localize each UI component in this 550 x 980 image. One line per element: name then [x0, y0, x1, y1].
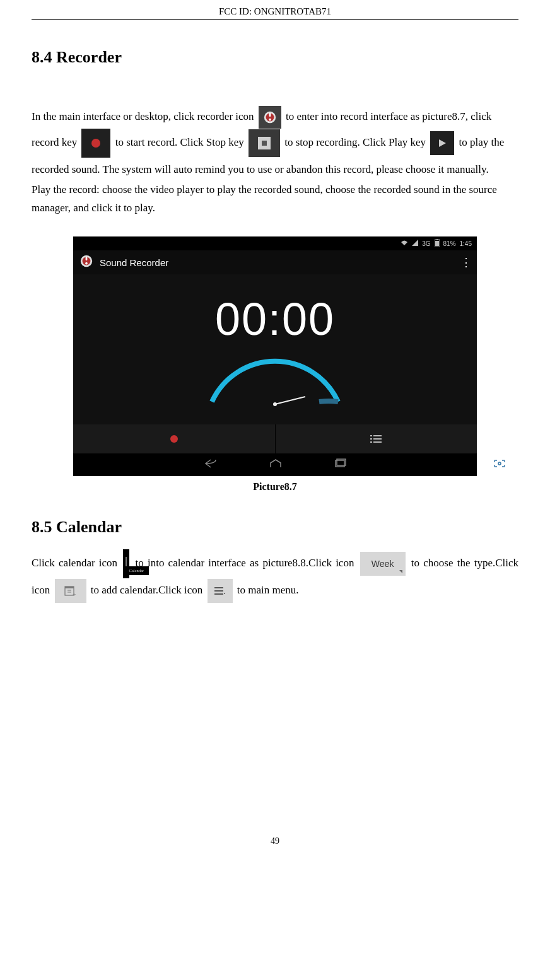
play-key-icon: [430, 131, 454, 155]
svg-rect-19: [370, 438, 372, 440]
text-fragment: to start record. Click Stop key: [115, 136, 247, 148]
screenshot-nav-icon[interactable]: [493, 459, 506, 470]
battery-icon: [435, 239, 440, 248]
recorder-controls: [73, 424, 477, 453]
calendar-paragraph-1: Click calendar icon to into calendar int…: [32, 549, 518, 602]
recents-nav-icon[interactable]: [333, 458, 347, 471]
svg-rect-21: [370, 441, 372, 443]
svg-point-3: [269, 119, 271, 121]
svg-rect-22: [373, 441, 382, 443]
recorder-appbar-icon: [79, 254, 93, 271]
app-bar: Sound Recorder ⋮: [73, 250, 477, 274]
text-fragment: to main menu.: [237, 584, 299, 596]
record-button[interactable]: [73, 424, 276, 453]
record-key-icon: [81, 129, 110, 158]
recorder-timer: 00:00: [215, 293, 335, 345]
recorder-paragraph-2: Play the record: choose the video player…: [32, 181, 518, 218]
svg-text:+: +: [73, 591, 76, 597]
recorder-body: 00:00: [73, 274, 477, 424]
svg-rect-2: [269, 113, 271, 117]
svg-point-4: [91, 139, 100, 148]
svg-rect-20: [373, 438, 382, 440]
home-nav-icon[interactable]: [269, 458, 283, 471]
svg-rect-27: [65, 586, 74, 588]
stop-key-icon: [249, 129, 280, 157]
text-fragment: to add calendar.Click icon: [91, 584, 203, 596]
svg-point-25: [498, 462, 501, 465]
svg-line-14: [275, 397, 305, 404]
vu-meter-gauge: [193, 358, 357, 408]
svg-rect-31: [214, 587, 223, 588]
android-nav-bar: [73, 453, 477, 476]
page-number: 49: [32, 836, 518, 846]
add-calendar-icon: +: [55, 579, 86, 603]
status-bar: 3G 81% 1:45: [73, 236, 477, 250]
screenshot-picture-8-7: 3G 81% 1:45 Sound Recorder ⋮ 00:00: [73, 236, 477, 476]
figure-caption-8-7: Picture8.7: [32, 481, 518, 493]
recorder-app-icon: [259, 106, 281, 129]
wifi-icon: [401, 240, 408, 247]
status-time: 1:45: [460, 240, 472, 247]
fcc-id: ONGNITROTAB71: [254, 6, 331, 16]
signal-icon: [412, 240, 418, 247]
calendar-app-icon: [123, 549, 129, 578]
appbar-title: Sound Recorder: [100, 257, 454, 268]
svg-rect-32: [214, 590, 223, 592]
battery-pct: 81%: [443, 240, 456, 247]
svg-point-16: [170, 435, 178, 443]
svg-marker-6: [412, 240, 418, 246]
section-title-recorder: 8.4 Recorder: [32, 48, 518, 67]
svg-point-13: [85, 262, 88, 265]
svg-point-15: [273, 402, 277, 406]
page-header: FCC ID: ONGNITROTAB71: [32, 6, 518, 20]
back-nav-icon[interactable]: [203, 458, 218, 471]
svg-rect-33: [214, 593, 223, 595]
text-fragment: to into calendar interface as picture8.8…: [136, 557, 358, 569]
svg-rect-12: [86, 257, 88, 260]
recordings-list-button[interactable]: [276, 424, 477, 453]
fcc-label: FCC ID:: [219, 6, 252, 16]
main-menu-icon: [208, 579, 233, 603]
svg-point-34: [224, 593, 225, 594]
recorder-paragraph-1: In the main interface or desktop, click …: [32, 105, 518, 181]
network-type: 3G: [422, 240, 430, 247]
text-fragment: In the main interface or desktop, click …: [32, 110, 257, 122]
svg-marker-5: [439, 139, 446, 147]
svg-rect-8: [436, 239, 438, 240]
svg-rect-9: [435, 241, 439, 246]
text-fragment: Click calendar icon: [32, 557, 121, 569]
overflow-menu-icon[interactable]: ⋮: [460, 255, 471, 269]
svg-rect-17: [370, 435, 372, 436]
section-title-calendar: 8.5 Calendar: [32, 518, 518, 537]
text-fragment: to stop recording. Click Play key: [284, 136, 428, 148]
week-selector-icon: Week: [360, 552, 406, 576]
svg-rect-18: [373, 435, 382, 436]
